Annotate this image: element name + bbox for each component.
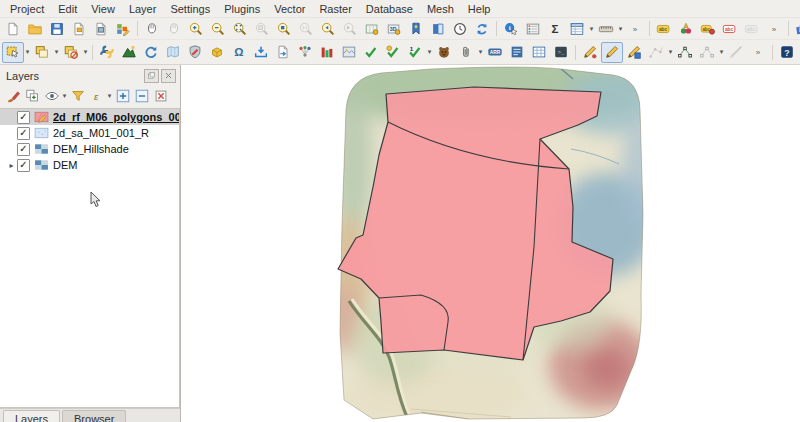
- check-validity-dropdown[interactable]: ▾: [426, 48, 433, 56]
- layout-manager-button[interactable]: [90, 18, 112, 39]
- layer-checkbox[interactable]: ✓: [17, 159, 30, 172]
- select-features-dropdown[interactable]: ▾: [24, 48, 31, 56]
- digitizing-overflow-button[interactable]: »: [747, 42, 769, 63]
- grass-plugin-button[interactable]: [433, 42, 455, 63]
- float-panel-button[interactable]: [144, 69, 159, 83]
- collapse-all-button[interactable]: [132, 87, 151, 105]
- menu-view[interactable]: View: [84, 1, 122, 17]
- pan-map-button[interactable]: [141, 18, 163, 39]
- new-virtual-layer-button[interactable]: [184, 42, 206, 63]
- zoom-full-button[interactable]: [229, 18, 251, 39]
- check-topology-button[interactable]: [382, 42, 404, 63]
- arr-plugin-button[interactable]: ARR: [484, 42, 506, 63]
- new-3d-map-view-button[interactable]: 3D: [383, 18, 405, 39]
- identify-features-button[interactable]: i: [500, 18, 522, 39]
- check-validity-button[interactable]: 1: [404, 42, 426, 63]
- layer-diagram-button[interactable]: [675, 18, 697, 39]
- filter-legend-button[interactable]: [68, 87, 87, 105]
- map-canvas[interactable]: [180, 65, 800, 422]
- show-unplaced-labels-button[interactable]: abc: [719, 18, 741, 39]
- save-layer-edits-button[interactable]: [623, 42, 645, 63]
- deselect-features-all-layers-dropdown[interactable]: ▾: [82, 48, 89, 56]
- menu-help[interactable]: Help: [461, 1, 498, 17]
- deselect-features-all-layers-button[interactable]: [60, 42, 82, 63]
- menu-plugins[interactable]: Plugins: [217, 1, 267, 17]
- help-button[interactable]: ?: [776, 42, 798, 63]
- current-edits-button[interactable]: [579, 42, 601, 63]
- georeferencer-button[interactable]: Ω: [228, 42, 250, 63]
- python-console-button[interactable]: [96, 42, 118, 63]
- processing-refresh-tool-button[interactable]: [140, 42, 162, 63]
- statistical-summary-button[interactable]: Σ: [544, 18, 566, 39]
- import-layer-button[interactable]: [250, 42, 272, 63]
- check-geometries-button[interactable]: [360, 42, 382, 63]
- new-shapefile-layer-button[interactable]: [118, 42, 140, 63]
- layer-checkbox[interactable]: ✓: [17, 111, 30, 124]
- style-manager-button[interactable]: [112, 18, 134, 39]
- manage-layers-button[interactable]: [792, 18, 800, 39]
- manage-map-themes-dropdown[interactable]: ▾: [61, 92, 68, 100]
- layer-item-DEM[interactable]: ▸✓DEM: [0, 157, 179, 173]
- export-layer-button[interactable]: [272, 42, 294, 63]
- menu-layer[interactable]: Layer: [122, 1, 164, 17]
- measure-line-button[interactable]: [595, 18, 617, 39]
- manage-map-themes-button[interactable]: [42, 87, 61, 105]
- open-project-button[interactable]: [24, 18, 46, 39]
- zoom-to-layer-button[interactable]: [273, 18, 295, 39]
- layer-labeling-button[interactable]: abc: [653, 18, 675, 39]
- menu-project[interactable]: Project: [3, 1, 51, 17]
- filter-legend-by-expression-button[interactable]: ε: [87, 87, 106, 105]
- labels-overflow-button[interactable]: »: [763, 18, 785, 39]
- remove-layer-button[interactable]: [151, 87, 170, 105]
- menu-raster[interactable]: Raster: [312, 1, 358, 17]
- add-group-button[interactable]: [23, 87, 42, 105]
- layer-expander-icon[interactable]: ▸: [6, 161, 17, 170]
- layer-item-2d_sa_M01_001_R[interactable]: ✓2d_sa_M01_001_R: [0, 125, 179, 141]
- toggle-editing-button[interactable]: [601, 42, 623, 63]
- menu-edit[interactable]: Edit: [51, 1, 84, 17]
- layer-checkbox[interactable]: ✓: [17, 143, 30, 156]
- layer-label[interactable]: 2d_sa_M01_001_R: [53, 127, 149, 139]
- console-plugin-button[interactable]: >_: [550, 42, 572, 63]
- tab-layers[interactable]: Layers: [3, 410, 60, 422]
- open-layer-styling-button[interactable]: [4, 87, 23, 105]
- menu-mesh[interactable]: Mesh: [420, 1, 461, 17]
- attachments-plugin-dropdown[interactable]: ▾: [477, 48, 484, 56]
- new-print-layout-button[interactable]: [68, 18, 90, 39]
- select-features-button[interactable]: [2, 42, 24, 63]
- profile-tool-plugin-button[interactable]: [316, 42, 338, 63]
- spatial-bookmarks-button[interactable]: [405, 18, 427, 39]
- close-panel-button[interactable]: [161, 69, 176, 83]
- menu-settings[interactable]: Settings: [163, 1, 217, 17]
- attributes-overflow-button[interactable]: »: [624, 18, 646, 39]
- zoom-out-button[interactable]: [207, 18, 229, 39]
- measure-line-dropdown[interactable]: ▾: [617, 25, 624, 33]
- serval-plugin-button[interactable]: [506, 42, 528, 63]
- open-attribute-table-button[interactable]: [566, 18, 588, 39]
- tcp-connections-plugin-button[interactable]: [294, 42, 316, 63]
- attachments-plugin-button[interactable]: [455, 42, 477, 63]
- vertex-tool-button[interactable]: [674, 42, 696, 63]
- layer-tree[interactable]: ✓2d_rf_M06_polygons_002_R✓2d_sa_M01_001_…: [0, 108, 180, 408]
- select-features-polygon-button[interactable]: [31, 42, 53, 63]
- layer-item-DEM_Hillshade[interactable]: ✓DEM_Hillshade: [0, 141, 179, 157]
- new-temporary-scratch-layer-button[interactable]: [162, 42, 184, 63]
- menu-database[interactable]: Database: [359, 1, 420, 17]
- zoom-last-button[interactable]: [317, 18, 339, 39]
- save-project-button[interactable]: [46, 18, 68, 39]
- expand-all-button[interactable]: [113, 87, 132, 105]
- temporal-controller-button[interactable]: [449, 18, 471, 39]
- layer-label[interactable]: 2d_rf_M06_polygons_002_R: [53, 111, 180, 123]
- layer-item-2d_rf_M06_polygons_002_R[interactable]: ✓2d_rf_M06_polygons_002_R: [0, 109, 179, 125]
- select-features-by-value-button[interactable]: [522, 18, 544, 39]
- new-project-button[interactable]: [2, 18, 24, 39]
- filter-legend-by-expression-dropdown[interactable]: ▾: [106, 92, 113, 100]
- layer-label[interactable]: DEM_Hillshade: [53, 143, 129, 155]
- select-features-polygon-dropdown[interactable]: ▾: [53, 48, 60, 56]
- layer-checkbox[interactable]: ✓: [17, 127, 30, 140]
- new-map-view-button[interactable]: [361, 18, 383, 39]
- highlight-pinned-labels-button[interactable]: abc: [697, 18, 719, 39]
- refresh-map-button[interactable]: [471, 18, 493, 39]
- tab-browser[interactable]: Browser: [62, 410, 126, 422]
- 3d-tool-button[interactable]: [206, 42, 228, 63]
